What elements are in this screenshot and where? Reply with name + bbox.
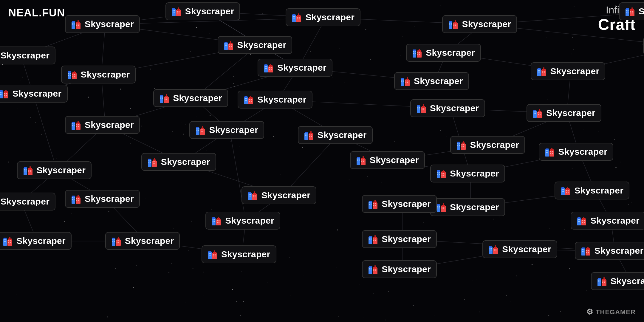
svg-rect-461 xyxy=(442,207,442,208)
svg-rect-86 xyxy=(177,13,178,13)
skyscraper-node[interactable]: Skyscraper xyxy=(430,198,505,216)
skyscraper-icon xyxy=(195,125,206,135)
skyscraper-node[interactable]: Skyscraper xyxy=(141,153,216,171)
skyscraper-node[interactable]: Skyscraper xyxy=(242,186,316,204)
node-label: Skyscraper xyxy=(470,140,519,150)
svg-rect-580 xyxy=(582,222,583,223)
svg-rect-129 xyxy=(68,73,69,74)
svg-rect-100 xyxy=(231,46,232,47)
svg-rect-332 xyxy=(271,67,272,68)
node-label: Skyscraper xyxy=(558,147,608,157)
svg-rect-456 xyxy=(437,208,438,208)
svg-rect-591 xyxy=(586,250,587,251)
svg-rect-595 xyxy=(597,279,601,286)
svg-rect-181 xyxy=(24,169,25,170)
svg-rect-525 xyxy=(539,109,540,111)
skyscraper-node[interactable]: Skyscraper xyxy=(218,36,292,54)
skyscraper-node[interactable]: Skyscraper xyxy=(539,143,614,161)
skyscraper-node[interactable]: Skyscraper xyxy=(575,242,644,260)
skyscraper-node[interactable]: Skyscraper xyxy=(153,89,228,107)
skyscraper-node[interactable]: Skyscraper xyxy=(65,116,140,134)
svg-rect-386 xyxy=(407,82,408,83)
skyscraper-node[interactable]: Skyscraper xyxy=(17,161,92,179)
svg-rect-337 xyxy=(245,98,246,99)
svg-rect-411 xyxy=(361,161,362,162)
skyscraper-node[interactable]: Skyscraper xyxy=(0,232,72,250)
skyscraper-node[interactable]: Skyscraper xyxy=(430,165,505,182)
skyscraper-node[interactable]: Skyscraper xyxy=(362,230,437,248)
svg-rect-182 xyxy=(26,169,27,170)
node-label: Skyscraper xyxy=(550,66,600,76)
skyscraper-node[interactable]: Skyscraper xyxy=(61,66,136,83)
svg-rect-455 xyxy=(439,206,440,207)
skyscraper-node[interactable]: Skyscraper xyxy=(165,2,240,20)
skyscraper-node[interactable]: Skyscraper xyxy=(362,195,437,213)
skyscraper-node[interactable]: Skyscraper xyxy=(65,190,140,208)
svg-rect-272 xyxy=(249,194,250,195)
svg-rect-569 xyxy=(577,218,581,225)
skyscraper-node[interactable]: Skyscraper xyxy=(527,104,601,122)
skyscraper-node[interactable]: Skyscraper xyxy=(482,240,557,258)
svg-rect-154 xyxy=(160,95,163,96)
svg-rect-78 xyxy=(174,10,175,11)
skyscraper-node[interactable]: Skyscraper xyxy=(619,2,644,20)
skyscraper-node[interactable]: Skyscraper xyxy=(298,126,373,144)
svg-rect-85 xyxy=(179,11,179,12)
skyscraper-node[interactable]: Skyscraper xyxy=(410,99,485,117)
skyscraper-node[interactable]: Skyscraper xyxy=(394,72,469,90)
skyscraper-node[interactable]: Skyscraper xyxy=(555,182,629,199)
skyscraper-node[interactable]: Skyscraper xyxy=(286,8,360,26)
skyscraper-node[interactable]: Skyscraper xyxy=(442,15,517,33)
svg-rect-96 xyxy=(230,41,231,43)
node-label: Skyscraper xyxy=(305,12,354,22)
svg-rect-92 xyxy=(225,45,226,46)
skyscraper-node[interactable]: Skyscraper xyxy=(531,62,606,80)
skyscraper-node[interactable]: Skyscraper xyxy=(591,272,644,290)
svg-rect-527 xyxy=(540,112,541,113)
svg-rect-503 xyxy=(375,270,376,271)
skyscraper-node[interactable]: Skyscraper xyxy=(0,193,55,210)
skyscraper-node[interactable]: Skyscraper xyxy=(571,212,644,230)
skyscraper-node[interactable]: Skyscraper xyxy=(189,121,264,139)
svg-rect-487 xyxy=(373,239,374,239)
skyscraper-node[interactable]: Skyscraper xyxy=(205,212,280,230)
svg-rect-506 xyxy=(490,248,490,249)
skyscraper-node[interactable]: Skyscraper xyxy=(0,85,68,103)
node-label: Skyscraper xyxy=(430,103,479,113)
svg-rect-596 xyxy=(598,278,601,279)
node-label: Skyscraper xyxy=(611,276,644,286)
skyscraper-icon xyxy=(436,168,447,179)
svg-rect-384 xyxy=(407,80,408,81)
skyscraper-icon xyxy=(545,146,555,157)
skyscraper-node[interactable]: Skyscraper xyxy=(258,59,332,77)
svg-rect-500 xyxy=(373,269,374,270)
skyscraper-node[interactable]: Skyscraper xyxy=(406,44,481,62)
skyscraper-node[interactable]: Skyscraper xyxy=(65,15,140,33)
svg-rect-168 xyxy=(72,123,73,124)
svg-rect-507 xyxy=(491,248,492,249)
svg-rect-311 xyxy=(293,16,294,17)
skyscraper-node[interactable]: Skyscraper xyxy=(202,245,276,263)
svg-rect-207 xyxy=(196,129,197,129)
skyscraper-node[interactable]: Skyscraper xyxy=(643,37,644,55)
svg-rect-398 xyxy=(442,175,442,176)
svg-rect-488 xyxy=(375,239,376,239)
skyscraper-icon xyxy=(159,93,170,103)
svg-rect-504 xyxy=(489,247,493,254)
skyscraper-node[interactable]: Skyscraper xyxy=(450,136,525,154)
node-label: Skyscraper xyxy=(0,196,49,207)
skyscraper-node[interactable]: Skyscraper xyxy=(350,151,425,169)
svg-rect-304 xyxy=(214,250,215,253)
skyscraper-node[interactable]: Skyscraper xyxy=(0,47,55,64)
svg-rect-130 xyxy=(70,73,71,74)
node-label: Skyscraper xyxy=(426,48,475,58)
svg-rect-320 xyxy=(297,18,298,19)
skyscraper-node[interactable]: Skyscraper xyxy=(105,232,180,250)
skyscraper-node[interactable]: Skyscraper xyxy=(238,91,312,109)
skyscraper-node[interactable]: Skyscraper xyxy=(362,260,437,278)
svg-rect-518 xyxy=(533,110,536,111)
svg-rect-296 xyxy=(208,252,212,259)
skyscraper-icon xyxy=(368,234,379,244)
svg-rect-180 xyxy=(24,167,27,168)
svg-rect-494 xyxy=(371,268,371,269)
